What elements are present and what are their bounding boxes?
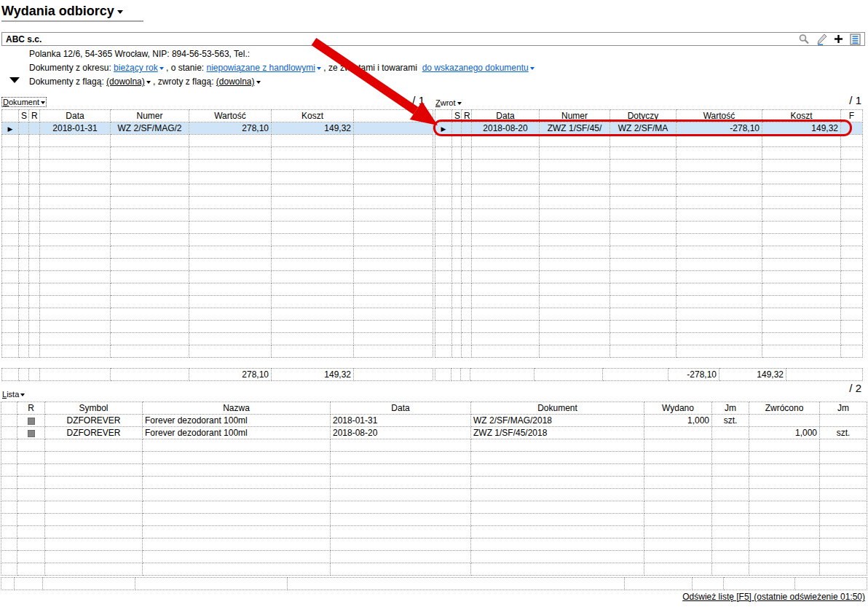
table-row[interactable] — [2, 345, 433, 358]
table-row[interactable] — [435, 222, 863, 234]
column-header[interactable]: R — [17, 402, 45, 415]
table-row[interactable] — [435, 135, 863, 147]
table-row[interactable] — [435, 345, 863, 358]
table-row[interactable] — [1, 489, 867, 501]
column-header[interactable]: R — [29, 110, 40, 122]
state-caret-icon[interactable] — [317, 67, 321, 70]
table-row[interactable] — [435, 259, 863, 271]
contractor-bar[interactable]: ABC s.c. — [1, 32, 865, 46]
table-row[interactable] — [2, 135, 433, 147]
table-row[interactable] — [1, 501, 867, 514]
table-row[interactable] — [2, 296, 433, 308]
table-row[interactable] — [1, 477, 867, 489]
table-row[interactable] — [2, 271, 433, 283]
table-row[interactable] — [435, 234, 863, 246]
table-row[interactable] — [2, 234, 433, 246]
column-header[interactable]: Wydano — [644, 402, 712, 415]
search-icon[interactable] — [798, 34, 810, 45]
column-header[interactable]: Numer — [111, 110, 189, 122]
page-title[interactable]: Wydania odbiorcy — [1, 4, 114, 18]
table-row[interactable] — [1, 452, 867, 464]
column-header[interactable]: Koszt — [272, 110, 354, 122]
column-header[interactable]: Jm — [820, 402, 867, 415]
table-row[interactable] — [2, 209, 433, 222]
column-header[interactable]: Dokument — [471, 402, 644, 415]
table-row[interactable] — [435, 197, 863, 209]
column-header[interactable]: Data — [472, 110, 540, 122]
column-header[interactable]: Nazwa — [143, 402, 331, 415]
column-header[interactable]: Data — [40, 110, 111, 122]
table-row[interactable] — [1, 539, 867, 551]
column-header[interactable]: Numer — [540, 110, 610, 122]
table-row[interactable] — [2, 222, 433, 234]
column-header[interactable]: Wartość — [676, 110, 762, 122]
column-header[interactable]: S — [452, 110, 462, 122]
table-row[interactable] — [2, 333, 433, 345]
returns-table[interactable]: SRDataNumerDotyczyWartośćKosztF ▶2018-08… — [435, 109, 863, 358]
table-row[interactable] — [435, 283, 863, 296]
table-row[interactable] — [435, 333, 863, 345]
flag-caret-icon[interactable] — [146, 81, 151, 84]
title-dropdown-icon[interactable] — [117, 10, 123, 14]
target-document-dropdown[interactable]: do wskazanego dokumentu — [422, 63, 529, 73]
table-row[interactable] — [435, 184, 863, 197]
table-row[interactable] — [435, 147, 863, 160]
table-row[interactable] — [1, 514, 867, 526]
column-header[interactable]: Jm — [712, 402, 749, 415]
column-header[interactable]: Zwrócono — [749, 402, 820, 415]
notes-list-icon[interactable] — [850, 34, 861, 45]
period-dropdown[interactable]: bieżący rok — [114, 63, 158, 73]
column-header[interactable]: F — [841, 110, 863, 122]
column-header[interactable] — [2, 110, 19, 122]
table-row[interactable] — [2, 321, 433, 333]
column-header[interactable] — [354, 110, 433, 122]
table-row[interactable] — [435, 321, 863, 333]
table-row[interactable] — [2, 172, 433, 184]
column-header[interactable]: Dotyczy — [610, 110, 676, 122]
table-row[interactable] — [2, 283, 433, 296]
flag-dropdown[interactable]: (dowolna) — [106, 77, 145, 87]
table-row[interactable] — [2, 259, 433, 271]
table-row[interactable]: ▶2018-01-31WZ 2/SF/MAG/2278,10149,32 — [2, 122, 433, 135]
return-flag-caret-icon[interactable] — [256, 81, 261, 84]
edit-pencil-icon[interactable] — [816, 34, 827, 45]
items-menu[interactable]: Lista — [2, 390, 25, 399]
documents-table[interactable]: SRDataNumerWartośćKoszt ▶2018-01-31WZ 2/… — [1, 109, 433, 358]
table-row[interactable] — [2, 160, 433, 172]
column-header[interactable]: S — [19, 110, 29, 122]
table-row[interactable] — [1, 439, 867, 452]
column-header[interactable]: R — [462, 110, 472, 122]
column-header[interactable]: Koszt — [762, 110, 841, 122]
table-row[interactable] — [1, 563, 867, 576]
table-row[interactable] — [2, 184, 433, 197]
refresh-list-link[interactable]: Odśwież listę [F5] (ostatnie odświeżenie… — [682, 592, 865, 602]
table-row[interactable] — [2, 147, 433, 160]
returns-menu[interactable]: Zwrot — [435, 98, 462, 107]
table-row[interactable] — [435, 246, 863, 259]
column-header[interactable] — [1, 402, 17, 415]
table-row[interactable] — [1, 551, 867, 563]
column-header[interactable]: Symbol — [45, 402, 143, 415]
table-row[interactable] — [435, 160, 863, 172]
table-row[interactable] — [435, 209, 863, 222]
documents-menu[interactable]: Dokument — [2, 98, 46, 106]
table-row[interactable] — [435, 308, 863, 321]
column-header[interactable] — [435, 110, 452, 122]
table-row[interactable]: DZFOREVERForever dezodorant 100ml2018-08… — [1, 427, 867, 439]
target-caret-icon[interactable] — [530, 67, 534, 70]
column-header[interactable]: Wartość — [189, 110, 272, 122]
return-flag-dropdown[interactable]: (dowolna) — [216, 77, 255, 87]
add-icon[interactable] — [834, 34, 843, 44]
table-row[interactable]: ▶2018-08-20ZWZ 1/SF/45/WZ 2/SF/MA-278,10… — [435, 122, 863, 135]
column-header[interactable]: Data — [331, 402, 471, 415]
table-row[interactable] — [435, 296, 863, 308]
table-row[interactable] — [1, 526, 867, 539]
table-row[interactable] — [435, 271, 863, 283]
table-row[interactable] — [435, 172, 863, 184]
state-dropdown[interactable]: niepowiązane z handlowymi — [206, 63, 315, 73]
table-row[interactable]: DZFOREVERForever dezodorant 100ml2018-01… — [1, 415, 867, 427]
collapse-filters-icon[interactable] — [9, 77, 20, 83]
table-row[interactable] — [2, 197, 433, 209]
items-table[interactable]: RSymbolNazwaDataDokumentWydanoJmZwrócono… — [1, 402, 867, 576]
table-row[interactable] — [1, 464, 867, 477]
